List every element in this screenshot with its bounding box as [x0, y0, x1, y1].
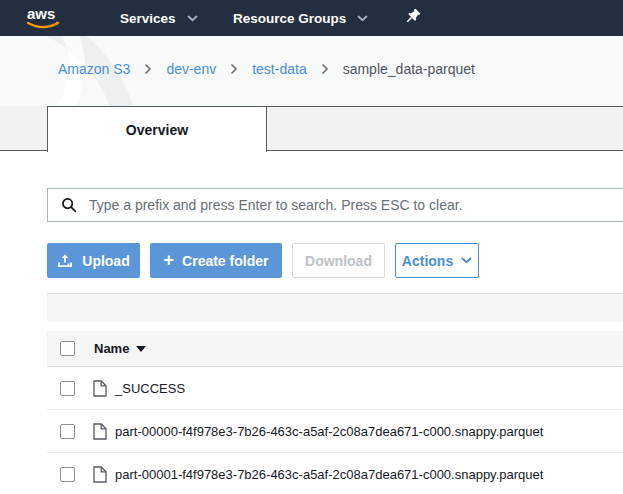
table-row: _SUCCESS [47, 367, 623, 410]
nav-resource-groups-label: Resource Groups [233, 11, 346, 26]
row-checkbox[interactable] [60, 467, 75, 482]
column-header-name[interactable]: Name [94, 341, 146, 356]
chevron-right-icon [230, 63, 238, 75]
object-link[interactable]: part-00000-f4f978e3-7b26-463c-a5af-2c08a… [115, 424, 543, 439]
file-icon [93, 466, 107, 483]
prefix-search-box [47, 188, 623, 222]
chevron-right-icon [321, 63, 329, 75]
download-button-label: Download [305, 253, 372, 269]
file-icon [93, 380, 107, 397]
sort-desc-icon [136, 346, 146, 352]
actions-button-label: Actions [402, 253, 453, 269]
chevron-down-icon [461, 257, 472, 264]
top-navbar: aws Services Resource Groups [0, 0, 623, 36]
download-button[interactable]: Download [292, 243, 385, 278]
select-all-checkbox[interactable] [60, 341, 75, 356]
aws-logo[interactable]: aws [21, 4, 67, 37]
breadcrumb-test-data[interactable]: test-data [252, 61, 306, 77]
column-header-name-label: Name [94, 341, 129, 356]
create-folder-button-label: Create folder [182, 253, 268, 269]
upload-button[interactable]: Upload [47, 243, 140, 278]
nav-services-label: Services [120, 11, 176, 26]
object-link[interactable]: _SUCCESS [115, 381, 185, 396]
upload-button-label: Upload [82, 253, 129, 269]
create-folder-button[interactable]: + Create folder [150, 243, 282, 278]
plus-icon: + [164, 251, 175, 269]
aws-logo-text: aws [27, 5, 55, 22]
chevron-right-icon [144, 63, 152, 75]
search-input[interactable] [89, 197, 623, 213]
tab-overview[interactable]: Overview [47, 106, 267, 152]
toolbar: Upload + Create folder Download Actions [47, 243, 479, 278]
nav-services-menu[interactable]: Services [120, 0, 198, 36]
tab-overview-label: Overview [126, 122, 188, 138]
table-row: part-00000-f4f978e3-7b26-463c-a5af-2c08a… [47, 410, 623, 453]
table-header-row: Name [47, 331, 623, 367]
breadcrumb-band: Amazon S3 dev-env test-data sample_data-… [0, 36, 623, 106]
row-checkbox[interactable] [60, 381, 75, 396]
breadcrumb: Amazon S3 dev-env test-data sample_data-… [58, 61, 475, 77]
breadcrumb-amazon-s3[interactable]: Amazon S3 [58, 61, 130, 77]
object-link[interactable]: part-00001-f4f978e3-7b26-463c-a5af-2c08a… [115, 467, 543, 482]
row-checkbox[interactable] [60, 424, 75, 439]
pushpin-icon[interactable] [404, 9, 422, 31]
breadcrumb-current-folder: sample_data-parquet [343, 61, 475, 77]
file-icon [93, 423, 107, 440]
chevron-down-icon [187, 15, 198, 22]
table-row: part-00001-f4f978e3-7b26-463c-a5af-2c08a… [47, 453, 623, 494]
actions-dropdown-button[interactable]: Actions [395, 243, 479, 278]
upload-icon [57, 253, 73, 268]
tab-strip: Overview [0, 106, 623, 151]
search-icon [61, 197, 77, 213]
table-toolbar-strip [47, 293, 623, 322]
nav-resource-groups-menu[interactable]: Resource Groups [233, 0, 368, 36]
breadcrumb-dev-env[interactable]: dev-env [166, 61, 216, 77]
chevron-down-icon [357, 15, 368, 22]
